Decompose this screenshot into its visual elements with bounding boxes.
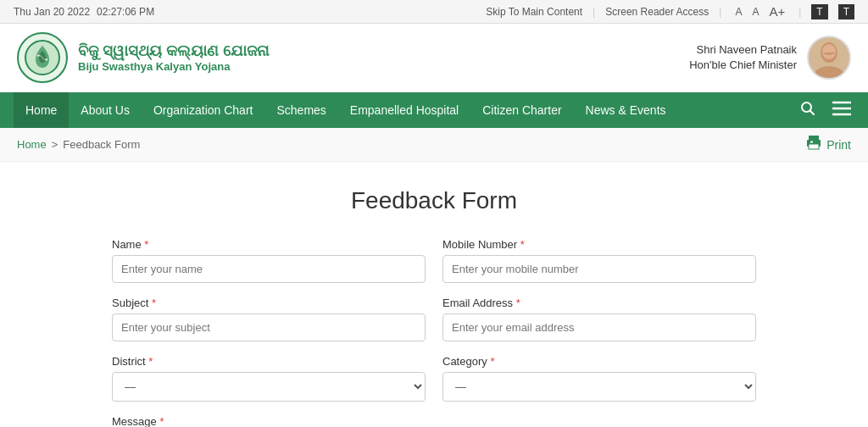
minister-avatar-svg <box>809 36 849 80</box>
form-group-category: Category * — <box>442 355 756 402</box>
svg-rect-13 <box>810 141 813 143</box>
name-required: * <box>144 238 148 251</box>
font-medium-btn[interactable]: A <box>748 5 762 19</box>
form-group-mobile: Mobile Number * <box>442 238 756 283</box>
form-group-subject: Subject * <box>112 297 426 341</box>
logo-area: ବିଜୁ ସ୍ୱାସ୍ଥ୍ୟ କଲ୍ୟାଣ ଯୋଜନା Biju Swasthy… <box>17 32 269 83</box>
screen-reader-link[interactable]: Screen Reader Access <box>605 6 709 18</box>
skip-to-main[interactable]: Skip To Main Content <box>486 6 582 18</box>
font-controls: A A A+ <box>732 3 788 19</box>
svg-point-4 <box>822 44 836 59</box>
svg-rect-12 <box>809 144 819 149</box>
subject-input[interactable] <box>112 313 426 341</box>
email-input[interactable] <box>442 313 756 341</box>
district-select[interactable]: — <box>112 372 426 402</box>
logo-odia-text: ବିଜୁ ସ୍ୱାସ୍ଥ୍ୟ କଲ୍ୟାଣ ଯୋଜନା <box>78 42 269 60</box>
header: ବିଜୁ ସ୍ୱାସ୍ଥ୍ୟ କଲ୍ୟାଣ ଯୋଜନା Biju Swasthy… <box>0 24 868 92</box>
form-group-district: District * — <box>112 355 426 402</box>
nav-about[interactable]: About Us <box>69 92 142 128</box>
minister-name: Shri Naveen Patnaik <box>689 42 797 58</box>
form-title: Feedback Form <box>112 187 756 214</box>
message-label: Message * <box>112 415 756 427</box>
email-label: Email Address * <box>442 297 756 309</box>
top-bar: Thu Jan 20 2022 02:27:06 PM Skip To Main… <box>0 0 868 24</box>
breadcrumb-bar: Home > Feedback Form Print <box>0 128 868 162</box>
breadcrumb-home[interactable]: Home <box>17 138 47 151</box>
print-label: Print <box>826 138 851 152</box>
subject-required: * <box>152 297 156 309</box>
datetime: Thu Jan 20 2022 <box>14 6 90 18</box>
font-small-btn[interactable]: A <box>732 5 745 19</box>
theme-toggle-btn[interactable]: T <box>811 4 827 19</box>
printer-svg <box>806 135 821 150</box>
category-select[interactable]: — <box>442 372 756 402</box>
form-row-2: Subject * Email Address * <box>112 297 756 341</box>
nav-citizen-charter[interactable]: Citizen Charter <box>470 92 573 128</box>
search-icon <box>800 101 815 116</box>
nav-search-button[interactable] <box>793 101 822 120</box>
breadcrumb: Home > Feedback Form <box>17 138 140 151</box>
mobile-required: * <box>520 238 525 251</box>
form-row-4: Message * <box>112 415 756 427</box>
district-required: * <box>148 355 153 368</box>
email-required: * <box>516 297 520 309</box>
minister-title: Hon'ble Chief Minister <box>689 58 797 73</box>
logo-icon <box>17 32 68 83</box>
minister-text: Shri Naveen Patnaik Hon'ble Chief Minist… <box>689 42 797 73</box>
theme-alt-btn[interactable]: T <box>838 4 854 19</box>
name-label: Name * <box>112 238 426 251</box>
minister-photo <box>807 36 851 80</box>
form-group-email: Email Address * <box>442 297 756 341</box>
navbar: Home About Us Organization Chart Schemes… <box>0 92 868 128</box>
nav-schemes[interactable]: Schemes <box>264 92 337 128</box>
mobile-input[interactable] <box>442 255 756 283</box>
nav-org-chart[interactable]: Organization Chart <box>142 92 265 128</box>
logo-text: ବିଜୁ ସ୍ୱାସ୍ଥ୍ୟ କଲ୍ୟାଣ ଯୋଜନା Biju Swasthy… <box>78 42 269 73</box>
print-button[interactable]: Print <box>806 135 851 154</box>
message-required: * <box>159 415 164 427</box>
svg-line-6 <box>810 110 815 114</box>
time: 02:27:06 PM <box>97 6 154 18</box>
form-row-3: District * — Category * — <box>112 355 756 402</box>
nav-home[interactable]: Home <box>14 92 69 128</box>
nav-empanelled[interactable]: Empanelled Hospital <box>338 92 470 128</box>
form-group-name: Name * <box>112 238 426 283</box>
mobile-label: Mobile Number * <box>442 238 756 251</box>
top-bar-left: Thu Jan 20 2022 02:27:06 PM <box>14 6 154 18</box>
nav-news-events[interactable]: News & Events <box>574 92 678 128</box>
hamburger-icon <box>832 101 851 116</box>
nav-hamburger-button[interactable] <box>829 101 854 120</box>
feedback-form: Name * Mobile Number * Subject * <box>112 238 756 427</box>
minister-area: Shri Naveen Patnaik Hon'ble Chief Minist… <box>689 36 851 80</box>
main-content: Feedback Form Name * Mobile Number * <box>95 162 773 427</box>
category-label: Category * <box>442 355 756 368</box>
logo-svg <box>24 39 61 76</box>
font-large-btn[interactable]: A+ <box>765 3 788 19</box>
category-required: * <box>490 355 494 368</box>
print-icon <box>806 135 821 154</box>
subject-label: Subject * <box>112 297 426 309</box>
form-row-1: Name * Mobile Number * <box>112 238 756 283</box>
breadcrumb-separator: > <box>52 138 58 151</box>
logo-english-text: Biju Swasthya Kalyan Yojana <box>78 60 269 73</box>
breadcrumb-current: Feedback Form <box>63 138 140 151</box>
name-input[interactable] <box>112 255 426 283</box>
top-bar-right: Skip To Main Content | Screen Reader Acc… <box>486 3 854 19</box>
district-label: District * <box>112 355 426 368</box>
form-group-message: Message * <box>112 415 756 427</box>
navbar-right <box>793 101 854 120</box>
